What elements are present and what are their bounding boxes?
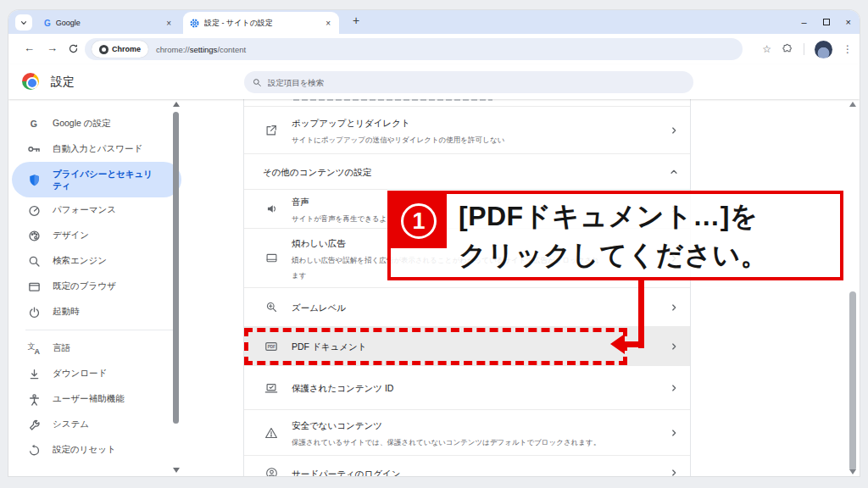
toolbar-actions: ☆ ⋮ (762, 34, 853, 64)
key-icon (27, 142, 41, 156)
sidebar-item-google-settings[interactable]: G Google の設定 (8, 111, 195, 136)
open-in-new-icon (264, 124, 278, 137)
row-title: 保護されたコンテンツ ID (292, 383, 393, 393)
profile-avatar[interactable] (815, 41, 832, 58)
chevron-right-icon (670, 126, 678, 135)
chevron-up-icon (670, 168, 678, 176)
svg-text:A: A (35, 347, 41, 355)
annotation-text: [PDFドキュメント…]を クリックしてください。 (447, 194, 768, 274)
close-window-button[interactable]: × (846, 17, 851, 27)
row-title: サードパーティのログイン (292, 469, 400, 476)
tab-google[interactable]: G Google × (37, 12, 180, 34)
browser-menu-kebab-icon[interactable]: ⋮ (843, 43, 853, 55)
url-path: /content (217, 45, 246, 54)
clipped-text (293, 99, 492, 101)
section-title: その他のコンテンツの設定 (263, 167, 371, 177)
main-area: G Google の設定 自動入力とパスワード プライバシーとセキュリティ パフ… (8, 99, 860, 476)
sidebar-item-search-engine[interactable]: 検索エンジン (8, 248, 195, 274)
ads-window-icon (265, 252, 278, 264)
sidebar-item-label: 既定のブラウザ (53, 280, 116, 292)
sidebar-item-system[interactable]: システム (8, 412, 195, 437)
sidebar-item-downloads[interactable]: ダウンロード (8, 361, 195, 386)
address-bar[interactable]: Chrome chrome://settings/content (85, 38, 743, 60)
scroll-up-arrow-icon[interactable] (849, 102, 856, 107)
scroll-down-arrow-icon[interactable] (849, 469, 856, 474)
back-button[interactable]: ← (24, 42, 35, 54)
sidebar-item-accessibility[interactable]: ユーザー補助機能 (8, 386, 195, 412)
sidebar-item-on-startup[interactable]: 起動時 (8, 299, 195, 324)
row-zoom-levels[interactable]: ズームレベル (244, 288, 690, 327)
sidebar-item-label: 起動時 (53, 306, 80, 318)
row-additional-content-settings[interactable]: その他のコンテンツの設定 (244, 154, 690, 190)
forward-button[interactable]: → (47, 42, 58, 54)
tab-close-icon[interactable]: × (164, 19, 173, 28)
row-insecure-content[interactable]: 安全でないコンテンツ保護されているサイトでは、保護されていないコンテンツはデフォ… (244, 410, 690, 456)
step-number: 1 (401, 203, 437, 239)
sidebar-item-languages[interactable]: 文A 言語 (8, 336, 195, 361)
chevron-down-icon (19, 19, 28, 27)
settings-search-input[interactable] (268, 78, 685, 87)
google-g-icon: G (28, 118, 40, 130)
sidebar-scrollbar[interactable] (172, 102, 181, 473)
sidebar-item-reset-settings[interactable]: 設定のリセット (8, 437, 195, 463)
row-subtitle: サイトにポップアップの送信やリダイレクトの使用を許可しない (292, 136, 504, 144)
settings-gear-favicon-icon (190, 19, 199, 28)
scrollbar-thumb[interactable] (849, 291, 856, 471)
chrome-chip-label: Chrome (112, 45, 141, 53)
url-text: chrome://settings/content (156, 45, 246, 54)
chevron-right-icon (670, 342, 678, 351)
new-tab-button[interactable]: + (348, 14, 364, 27)
annotation-line-1: [PDFドキュメント…]を (459, 197, 768, 236)
row-protected-content-ids[interactable]: 保護されたコンテンツ ID (244, 366, 690, 410)
tab-title: 設定 - サイトの設定 (204, 18, 324, 29)
bookmark-star-icon[interactable]: ☆ (762, 43, 771, 55)
zoom-in-icon (265, 301, 278, 313)
chrome-mono-logo-icon (99, 45, 108, 54)
annotation-arrowhead-icon (610, 334, 625, 354)
sidebar-item-autofill[interactable]: 自動入力とパスワード (8, 136, 195, 162)
sidebar-item-label: パフォーマンス (53, 204, 116, 216)
maximize-button[interactable] (823, 19, 830, 25)
search-icon (253, 78, 262, 87)
page-title: 設定 (51, 75, 75, 90)
extensions-puzzle-icon[interactable] (782, 43, 793, 55)
row-third-party-sign-in[interactable]: サードパーティのログイン (244, 456, 690, 476)
google-favicon-icon: G (44, 19, 51, 28)
url-scheme: chrome:// (156, 45, 190, 54)
clipped-row (244, 99, 690, 107)
row-title: 煩わしい広告 (292, 238, 346, 248)
screen: G Google × 設定 - サイトの設定 × + – × ← → (0, 0, 868, 488)
tab-strip: G Google × 設定 - サイトの設定 × + – × (8, 10, 860, 34)
chrome-chip: Chrome (92, 41, 148, 58)
chrome-logo-icon (22, 73, 39, 90)
sidebar-item-performance[interactable]: パフォーマンス (8, 197, 195, 223)
toolbar-separator (804, 43, 804, 55)
sidebar-item-label: ダウンロード (53, 368, 107, 380)
reload-button[interactable] (68, 43, 79, 54)
tab-settings[interactable]: 設定 - サイトの設定 × (183, 12, 339, 34)
tab-search-button[interactable] (15, 14, 32, 30)
sidebar-item-appearance[interactable]: デザイン (8, 223, 195, 248)
row-title: 安全でないコンテンツ (292, 420, 382, 430)
chevron-right-icon (670, 384, 678, 392)
sidebar-item-default-browser[interactable]: 既定のブラウザ (8, 274, 195, 299)
page-scrollbar[interactable] (848, 102, 858, 474)
tab-title: Google (56, 19, 164, 27)
settings-search-box[interactable] (244, 71, 693, 93)
tab-close-icon[interactable]: × (324, 19, 332, 28)
minimize-button[interactable]: – (801, 17, 806, 27)
settings-header: 設定 (8, 64, 860, 99)
row-title: 音声 (292, 197, 309, 207)
svg-text:G: G (31, 119, 37, 129)
laptop-check-icon (264, 381, 278, 395)
sidebar-item-privacy-security[interactable]: プライバシーとセキュリティ (12, 162, 181, 197)
shield-icon (28, 174, 41, 186)
scrollbar-thumb[interactable] (173, 112, 179, 424)
scroll-down-arrow-icon[interactable] (173, 468, 180, 473)
row-popups-redirects[interactable]: ポップアップとリダイレクトサイトにポップアップの送信やリダイレクトの使用を許可し… (244, 107, 690, 154)
sidebar-item-label: 自動入力とパスワード (53, 143, 142, 155)
speaker-icon (265, 202, 278, 215)
person-circle-icon (265, 467, 278, 477)
scroll-up-arrow-icon[interactable] (173, 102, 180, 107)
chevron-right-icon (670, 429, 678, 437)
